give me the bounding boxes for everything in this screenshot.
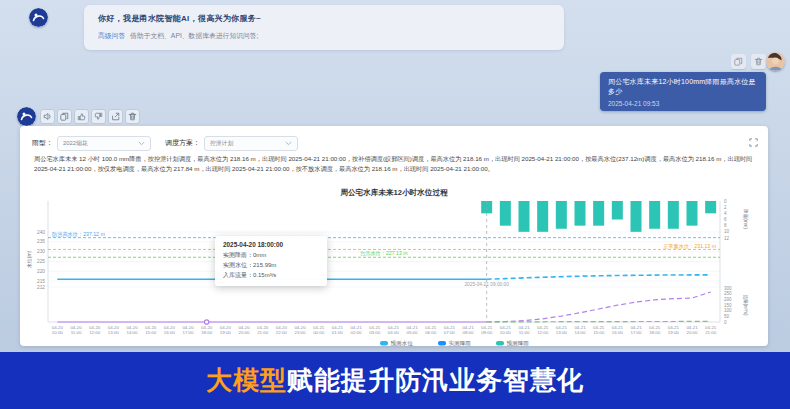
rain-bar bbox=[649, 201, 660, 229]
svg-text:04-2116:00: 04-2116:00 bbox=[612, 325, 624, 335]
assistant-avatar bbox=[29, 8, 48, 27]
speaker-icon bbox=[43, 112, 52, 121]
svg-text:100: 100 bbox=[724, 308, 732, 313]
tooltip-title: 2025-04-20 18:00:00 bbox=[223, 241, 319, 248]
svg-text:235: 235 bbox=[37, 239, 45, 244]
rain-bar bbox=[668, 201, 679, 229]
svg-text:50: 50 bbox=[724, 314, 730, 319]
qa-mode-desc: 借助于文档、API、数据库表进行知识问答; bbox=[130, 32, 258, 39]
svg-text:04-2017:00: 04-2017:00 bbox=[182, 325, 194, 335]
svg-text:04-2110:00: 04-2110:00 bbox=[500, 325, 512, 335]
share-button[interactable] bbox=[108, 109, 123, 124]
rain-type-value: 2022烟花 bbox=[63, 139, 88, 148]
chevron-down-icon bbox=[138, 141, 145, 146]
assistant-avatar-icon bbox=[17, 107, 36, 126]
rain-bar bbox=[519, 201, 530, 232]
thumbs-up-button[interactable] bbox=[74, 109, 89, 124]
user-avatar-image bbox=[766, 52, 785, 71]
reference-line-label: 正常蓄水位：231.13 m bbox=[663, 243, 716, 249]
water-level-chart[interactable]: 2402352302252202152120246810123002502001… bbox=[20, 198, 768, 346]
qa-mode-tag: 高级问答 bbox=[98, 32, 125, 39]
rain-bar bbox=[575, 201, 586, 226]
trash-icon bbox=[754, 57, 763, 66]
svg-text:225: 225 bbox=[37, 259, 45, 264]
svg-text:04-2105:00: 04-2105:00 bbox=[406, 325, 418, 335]
chart-controls: 雨型： 2022烟花 调度方案： 控泄计划 bbox=[20, 126, 768, 154]
svg-text:04-2012:00: 04-2012:00 bbox=[89, 325, 101, 335]
svg-text:04-2014:00: 04-2014:00 bbox=[126, 325, 138, 335]
svg-text:04-2106:00: 04-2106:00 bbox=[425, 325, 437, 335]
svg-text:04-2115:00: 04-2115:00 bbox=[593, 325, 605, 335]
plan-label: 调度方案： bbox=[165, 138, 200, 148]
legend-marker bbox=[380, 341, 388, 346]
svg-text:04-2117:00: 04-2117:00 bbox=[630, 325, 642, 335]
fullscreen-icon bbox=[749, 138, 758, 147]
rain-bar bbox=[705, 201, 716, 213]
svg-text:04-2101:00: 04-2101:00 bbox=[332, 325, 344, 335]
user-message-actions bbox=[731, 54, 766, 69]
banner-text: 大模型赋能提升防汛业务智慧化 bbox=[206, 363, 584, 398]
plan-select[interactable]: 控泄计划 bbox=[204, 136, 298, 151]
svg-text:2: 2 bbox=[724, 205, 727, 210]
gridlines: 240235230225220215212 bbox=[37, 230, 720, 290]
svg-text:04-2011:00: 04-2011:00 bbox=[70, 325, 82, 335]
reference-line-label: 台汛水位：227.13 m bbox=[360, 250, 408, 257]
svg-text:04-2015:00: 04-2015:00 bbox=[145, 325, 157, 335]
rain-bar bbox=[593, 201, 604, 226]
tooltip-row: 入库流量：0.15m³/s bbox=[223, 270, 319, 280]
copy-button[interactable] bbox=[57, 109, 72, 124]
delete-button[interactable] bbox=[751, 54, 766, 69]
rain-bar bbox=[537, 201, 548, 232]
answer-summary: 周公宅水库未来 12 小时 100.0 mm降雨，按控泄计划调度，最高水位为 2… bbox=[34, 154, 754, 174]
svg-text:04-2019:00: 04-2019:00 bbox=[220, 325, 232, 335]
legend-marker bbox=[438, 341, 446, 346]
assistant-greeting-bubble: 你好，我是甬水院智能AI，很高兴为你服务~ 高级问答 借助于文档、API、数据库… bbox=[84, 5, 564, 50]
assistant-avatar bbox=[17, 107, 36, 126]
thumbs-down-button[interactable] bbox=[91, 109, 106, 124]
fullscreen-button[interactable] bbox=[749, 133, 758, 151]
answer-panel: 雨型： 2022烟花 调度方案： 控泄计划 周公宅水库未来 12 小时 100. bbox=[20, 126, 768, 346]
svg-text:0: 0 bbox=[724, 320, 727, 325]
thumbs-down-icon bbox=[94, 112, 103, 121]
copy-button[interactable] bbox=[731, 54, 746, 69]
svg-text:04-2023:00: 04-2023:00 bbox=[294, 325, 306, 335]
thumbs-up-icon bbox=[77, 112, 86, 121]
svg-text:04-2118:00: 04-2118:00 bbox=[649, 325, 661, 335]
plan-value: 控泄计划 bbox=[210, 139, 233, 148]
banner-rest: 赋能提升防汛业务智慧化 bbox=[287, 365, 584, 395]
greeting-title: 你好，我是甬水院智能AI，很高兴为你服务~ bbox=[98, 13, 550, 24]
greeting-subtitle: 高级问答 借助于文档、API、数据库表进行知识问答; bbox=[98, 31, 550, 41]
trash-icon bbox=[128, 112, 137, 121]
svg-text:6: 6 bbox=[724, 217, 727, 222]
reference-line-label: 防洪高水位：237.12 m bbox=[52, 231, 105, 238]
flow-axis-title: 流量(m³/s) bbox=[742, 294, 748, 316]
right-axes: 024681012300250200150100500 bbox=[724, 199, 732, 325]
read-aloud-button[interactable] bbox=[40, 109, 55, 124]
svg-text:215: 215 bbox=[37, 279, 45, 284]
series-预测水位 bbox=[487, 275, 711, 279]
svg-text:220: 220 bbox=[37, 269, 45, 274]
legend-marker bbox=[496, 341, 504, 346]
svg-text:212: 212 bbox=[37, 285, 45, 290]
svg-text:04-2114:00: 04-2114:00 bbox=[574, 325, 586, 335]
user-avatar bbox=[766, 52, 785, 71]
svg-text:04-2013:00: 04-2013:00 bbox=[108, 325, 120, 335]
rain-axis-title: 降雨(mm) bbox=[743, 209, 749, 229]
svg-text:12: 12 bbox=[724, 236, 730, 241]
chevron-down-icon bbox=[285, 141, 292, 146]
now-line-label: 2025-04-21 09:00:00 bbox=[464, 282, 509, 287]
water-axis-title: 水位(m) bbox=[26, 250, 32, 268]
svg-text:04-2113:00: 04-2113:00 bbox=[556, 325, 568, 335]
banner-highlight: 大模型 bbox=[206, 365, 287, 395]
copy-icon bbox=[60, 112, 69, 121]
copy-icon bbox=[734, 57, 743, 66]
rain-type-select[interactable]: 2022烟花 bbox=[57, 136, 151, 151]
svg-text:04-2109:00: 04-2109:00 bbox=[481, 325, 493, 335]
legend-item-label: 预测降雨 bbox=[507, 340, 530, 346]
legend-item-label: 预测水位 bbox=[391, 340, 414, 346]
rain-type-label: 雨型： bbox=[32, 138, 53, 148]
delete-button[interactable] bbox=[125, 109, 140, 124]
svg-text:300: 300 bbox=[724, 286, 732, 291]
svg-text:10: 10 bbox=[724, 229, 730, 234]
svg-text:04-2100:00: 04-2100:00 bbox=[313, 325, 325, 335]
